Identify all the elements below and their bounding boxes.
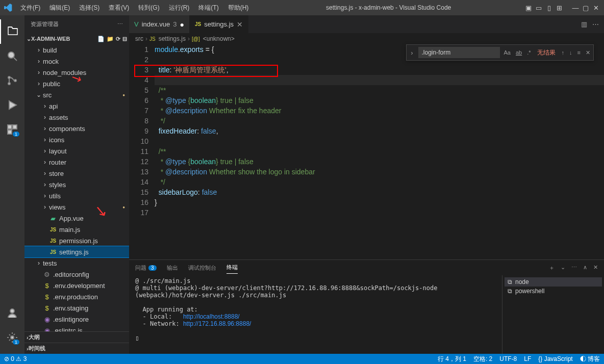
- extensions-icon[interactable]: 1: [0, 117, 24, 142]
- tab-close-icon[interactable]: ●: [180, 20, 184, 29]
- find-close-icon[interactable]: ✕: [585, 48, 591, 57]
- problems-status[interactable]: ⊘ 0 ⚠ 3: [4, 355, 27, 362]
- file-item[interactable]: ◉.eslintignore: [24, 314, 129, 325]
- panel-tab[interactable]: 终端: [226, 262, 238, 274]
- folder-item[interactable]: ›node_modules: [24, 67, 129, 78]
- editor-tab[interactable]: Vindex.vue 3●: [129, 15, 190, 33]
- source-control-icon[interactable]: [0, 68, 24, 93]
- folder-item[interactable]: ›public: [24, 78, 129, 89]
- maximize-icon[interactable]: ▢: [582, 4, 590, 12]
- tab-close-icon[interactable]: ✕: [237, 20, 243, 29]
- menu-item[interactable]: 查看(V): [105, 2, 133, 14]
- svg-rect-6: [13, 125, 17, 129]
- file-item[interactable]: $.env.development: [24, 280, 129, 291]
- settings-gear-icon[interactable]: 1: [0, 325, 24, 350]
- folder-item[interactable]: ›assets: [24, 112, 129, 123]
- outline-section[interactable]: ›大纲: [24, 331, 129, 343]
- more-icon[interactable]: ⋯: [117, 21, 123, 28]
- folder-item[interactable]: ›utils: [24, 190, 129, 201]
- status-item[interactable]: {} JavaScript: [538, 355, 572, 362]
- panel-tab[interactable]: 输出: [167, 262, 178, 274]
- breadcrumbs[interactable]: src›JSsettings.js›[@]<unknown>: [129, 33, 604, 44]
- file-icon: $: [43, 304, 51, 312]
- accounts-icon[interactable]: [0, 301, 24, 325]
- status-item[interactable]: UTF-8: [499, 355, 517, 362]
- menu-item[interactable]: 帮助(H): [224, 2, 253, 14]
- tree-item-label: components: [49, 125, 125, 133]
- status-item[interactable]: ◐ 博客: [580, 355, 600, 363]
- minimize-icon[interactable]: —: [571, 4, 580, 12]
- folder-item[interactable]: ›store: [24, 168, 129, 179]
- explorer-icon[interactable]: [0, 19, 24, 44]
- panel-tab[interactable]: 问题3: [135, 262, 157, 274]
- folder-item[interactable]: ›mock: [24, 56, 129, 67]
- code-editor[interactable]: 1234567891011121314151617 module.exports…: [129, 44, 604, 259]
- folder-item[interactable]: ›tests: [24, 257, 129, 269]
- find-next-icon[interactable]: ↓: [568, 48, 573, 57]
- menu-item[interactable]: 编辑(E): [45, 2, 74, 14]
- file-item[interactable]: JSmain.js: [24, 224, 129, 235]
- folder-item[interactable]: ›styles: [24, 179, 129, 190]
- code-content[interactable]: module.exports = { title: '神盾局管理系统', /**…: [155, 44, 604, 259]
- file-item[interactable]: ◉.eslintrc.js: [24, 325, 129, 331]
- breadcrumb-item[interactable]: src: [135, 35, 143, 42]
- folder-item[interactable]: ›icons: [24, 134, 129, 145]
- refresh-icon[interactable]: ⟳: [116, 36, 120, 42]
- menu-item[interactable]: 转到(G): [134, 2, 163, 14]
- find-input[interactable]: [418, 47, 500, 58]
- maximize-panel-icon[interactable]: ∧: [583, 264, 587, 272]
- match-whole-word-icon[interactable]: ab: [515, 48, 523, 57]
- folder-item[interactable]: ›api: [24, 100, 129, 112]
- search-icon[interactable]: [0, 44, 24, 68]
- menu-item[interactable]: 运行(R): [165, 2, 194, 14]
- file-item[interactable]: ▰App.vue: [24, 213, 129, 224]
- customize-layout-icon[interactable]: ⊞: [555, 4, 563, 12]
- folder-item[interactable]: ⌄src: [24, 89, 129, 100]
- match-case-icon[interactable]: Aa: [503, 48, 512, 57]
- split-editor-icon[interactable]: ▥: [581, 20, 587, 28]
- timeline-section[interactable]: ›时间线: [24, 343, 129, 354]
- breadcrumb-item[interactable]: settings.js: [159, 35, 186, 42]
- folder-item[interactable]: ›router: [24, 157, 129, 168]
- close-panel-icon[interactable]: ✕: [593, 264, 598, 272]
- find-in-selection-icon[interactable]: ≡: [576, 48, 582, 57]
- status-item[interactable]: 行 4，列 1: [438, 355, 466, 363]
- file-icon: ⚙: [43, 271, 51, 278]
- terminal-item[interactable]: ⧉node: [505, 277, 602, 287]
- find-prev-icon[interactable]: ↑: [561, 48, 566, 57]
- file-item[interactable]: JSsettings.js: [24, 246, 129, 257]
- layout-panel-bottom-icon[interactable]: ▭: [535, 4, 543, 12]
- terminal-item[interactable]: ⧉powershell: [505, 287, 602, 296]
- file-item[interactable]: $.env.production: [24, 291, 129, 302]
- run-debug-icon[interactable]: [0, 93, 24, 117]
- folder-item[interactable]: ›layout: [24, 145, 129, 157]
- folder-item[interactable]: ›components: [24, 123, 129, 134]
- terminal-dropdown-icon[interactable]: ⌄: [561, 264, 565, 272]
- new-folder-icon[interactable]: 📁: [107, 36, 114, 42]
- panel-tab[interactable]: 调试控制台: [188, 262, 216, 274]
- layout-panel-right-icon[interactable]: ▯: [545, 4, 553, 12]
- layout-panel-left-icon[interactable]: ▣: [524, 4, 533, 12]
- more-icon[interactable]: ⋯: [592, 20, 599, 28]
- new-terminal-icon[interactable]: ＋: [549, 264, 555, 272]
- editor-tab[interactable]: JSsettings.js✕: [190, 15, 248, 33]
- panel-more-icon[interactable]: ⋯: [571, 264, 577, 272]
- collapse-all-icon[interactable]: ⊟: [122, 36, 127, 42]
- status-item[interactable]: LF: [524, 355, 531, 362]
- find-expand-icon[interactable]: ›: [409, 49, 415, 57]
- menu-item[interactable]: 终端(T): [194, 2, 222, 14]
- regex-icon[interactable]: .*: [526, 48, 532, 57]
- folder-item[interactable]: ›build: [24, 44, 129, 56]
- menu-item[interactable]: 选择(S): [75, 2, 104, 14]
- status-item[interactable]: 空格: 2: [473, 355, 492, 363]
- file-item[interactable]: ⚙.editorconfig: [24, 269, 129, 280]
- file-item[interactable]: JSpermission.js: [24, 235, 129, 246]
- file-item[interactable]: $.env.staging: [24, 302, 129, 314]
- close-icon[interactable]: ✕: [592, 4, 600, 12]
- project-header[interactable]: ⌄ X-ADMIN-WEB 📄 📁 ⟳ ⊟: [24, 33, 129, 44]
- breadcrumb-item[interactable]: <unknown>: [203, 35, 235, 42]
- new-file-icon[interactable]: 📄: [97, 36, 105, 42]
- menu-item[interactable]: 文件(F): [16, 2, 44, 14]
- folder-item[interactable]: ›views: [24, 201, 129, 213]
- terminal-output[interactable]: @ ./src/main.js @ multi (webpack)-dev-se…: [129, 275, 502, 354]
